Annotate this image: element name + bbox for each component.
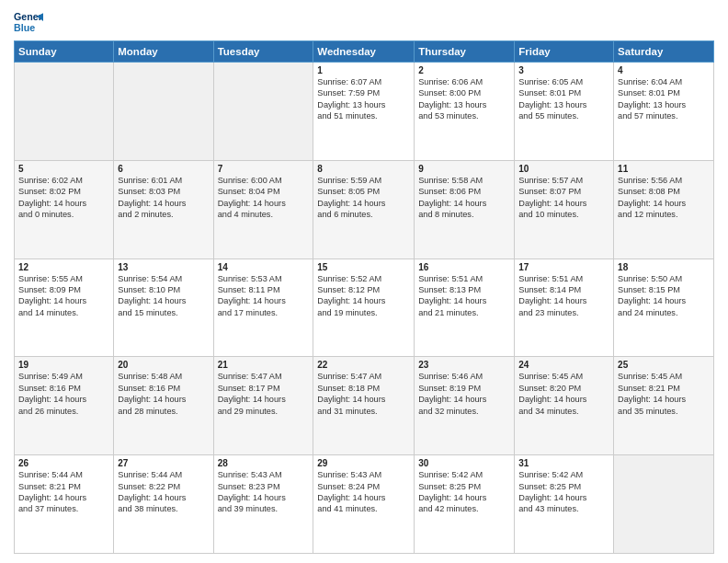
day-info: Sunrise: 5:58 AM Sunset: 8:06 PM Dayligh… <box>418 175 510 221</box>
day-cell: 6Sunrise: 6:01 AM Sunset: 8:03 PM Daylig… <box>114 160 213 259</box>
day-info: Sunrise: 5:54 AM Sunset: 8:10 PM Dayligh… <box>118 273 209 319</box>
week-row-2: 5Sunrise: 6:02 AM Sunset: 8:02 PM Daylig… <box>15 160 714 259</box>
header: General Blue <box>14 9 714 35</box>
day-cell: 17Sunrise: 5:51 AM Sunset: 8:14 PM Dayli… <box>515 259 614 357</box>
svg-text:Blue: Blue <box>14 22 35 33</box>
day-cell <box>213 63 313 161</box>
day-cell: 11Sunrise: 5:56 AM Sunset: 8:08 PM Dayli… <box>614 160 714 259</box>
day-cell <box>614 455 714 554</box>
week-row-1: 1Sunrise: 6:07 AM Sunset: 7:59 PM Daylig… <box>15 63 714 161</box>
day-cell: 26Sunrise: 5:44 AM Sunset: 8:21 PM Dayli… <box>15 455 114 554</box>
day-number: 27 <box>118 458 209 468</box>
day-info: Sunrise: 5:45 AM Sunset: 8:21 PM Dayligh… <box>618 371 710 417</box>
day-cell: 24Sunrise: 5:45 AM Sunset: 8:20 PM Dayli… <box>515 357 614 455</box>
day-number: 1 <box>317 65 410 75</box>
col-header-thursday: Thursday <box>415 41 515 63</box>
day-cell: 10Sunrise: 5:57 AM Sunset: 8:07 PM Dayli… <box>515 160 614 259</box>
page: General Blue SundayMondayTuesdayWednesda… <box>0 0 728 563</box>
day-info: Sunrise: 6:06 AM Sunset: 8:00 PM Dayligh… <box>418 76 510 122</box>
col-header-saturday: Saturday <box>614 41 714 63</box>
day-cell: 7Sunrise: 6:00 AM Sunset: 8:04 PM Daylig… <box>213 160 313 259</box>
day-cell: 12Sunrise: 5:55 AM Sunset: 8:09 PM Dayli… <box>15 259 114 357</box>
day-info: Sunrise: 6:04 AM Sunset: 8:01 PM Dayligh… <box>618 76 710 122</box>
day-cell <box>114 63 213 161</box>
header-row: SundayMondayTuesdayWednesdayThursdayFrid… <box>15 41 714 63</box>
day-number: 2 <box>418 65 510 75</box>
day-cell: 20Sunrise: 5:48 AM Sunset: 8:16 PM Dayli… <box>114 357 213 455</box>
day-cell: 4Sunrise: 6:04 AM Sunset: 8:01 PM Daylig… <box>614 63 714 161</box>
day-cell: 8Sunrise: 5:59 AM Sunset: 8:05 PM Daylig… <box>313 160 415 259</box>
day-info: Sunrise: 5:49 AM Sunset: 8:16 PM Dayligh… <box>18 371 109 417</box>
day-info: Sunrise: 5:47 AM Sunset: 8:17 PM Dayligh… <box>218 371 310 417</box>
day-info: Sunrise: 5:51 AM Sunset: 8:14 PM Dayligh… <box>518 273 609 319</box>
week-row-5: 26Sunrise: 5:44 AM Sunset: 8:21 PM Dayli… <box>15 455 714 554</box>
day-number: 4 <box>618 65 710 75</box>
day-info: Sunrise: 5:52 AM Sunset: 8:12 PM Dayligh… <box>317 273 410 319</box>
day-cell: 28Sunrise: 5:43 AM Sunset: 8:23 PM Dayli… <box>213 455 313 554</box>
day-info: Sunrise: 5:57 AM Sunset: 8:07 PM Dayligh… <box>518 175 609 221</box>
day-number: 5 <box>18 164 109 174</box>
day-number: 8 <box>317 164 410 174</box>
day-number: 29 <box>317 458 410 468</box>
day-info: Sunrise: 5:44 AM Sunset: 8:21 PM Dayligh… <box>18 469 109 515</box>
day-number: 6 <box>118 164 209 174</box>
col-header-monday: Monday <box>114 41 213 63</box>
day-info: Sunrise: 5:42 AM Sunset: 8:25 PM Dayligh… <box>518 469 609 515</box>
day-cell: 30Sunrise: 5:42 AM Sunset: 8:25 PM Dayli… <box>415 455 515 554</box>
day-info: Sunrise: 5:47 AM Sunset: 8:18 PM Dayligh… <box>317 371 410 417</box>
day-info: Sunrise: 5:48 AM Sunset: 8:16 PM Dayligh… <box>118 371 209 417</box>
week-row-3: 12Sunrise: 5:55 AM Sunset: 8:09 PM Dayli… <box>15 259 714 357</box>
day-number: 22 <box>317 360 410 370</box>
day-number: 11 <box>618 164 710 174</box>
day-number: 18 <box>618 262 710 272</box>
day-info: Sunrise: 5:46 AM Sunset: 8:19 PM Dayligh… <box>418 371 510 417</box>
day-cell: 1Sunrise: 6:07 AM Sunset: 7:59 PM Daylig… <box>313 63 415 161</box>
day-info: Sunrise: 5:50 AM Sunset: 8:15 PM Dayligh… <box>618 273 710 319</box>
day-cell: 31Sunrise: 5:42 AM Sunset: 8:25 PM Dayli… <box>515 455 614 554</box>
week-row-4: 19Sunrise: 5:49 AM Sunset: 8:16 PM Dayli… <box>15 357 714 455</box>
logo: General Blue <box>14 9 43 35</box>
day-cell: 18Sunrise: 5:50 AM Sunset: 8:15 PM Dayli… <box>614 259 714 357</box>
day-cell: 13Sunrise: 5:54 AM Sunset: 8:10 PM Dayli… <box>114 259 213 357</box>
day-info: Sunrise: 5:45 AM Sunset: 8:20 PM Dayligh… <box>518 371 609 417</box>
day-info: Sunrise: 5:51 AM Sunset: 8:13 PM Dayligh… <box>418 273 510 319</box>
day-cell: 14Sunrise: 5:53 AM Sunset: 8:11 PM Dayli… <box>213 259 313 357</box>
day-number: 25 <box>618 360 710 370</box>
day-cell: 15Sunrise: 5:52 AM Sunset: 8:12 PM Dayli… <box>313 259 415 357</box>
day-info: Sunrise: 6:05 AM Sunset: 8:01 PM Dayligh… <box>518 76 609 122</box>
day-number: 7 <box>218 164 310 174</box>
day-info: Sunrise: 5:43 AM Sunset: 8:24 PM Dayligh… <box>317 469 410 515</box>
day-number: 12 <box>18 262 109 272</box>
day-number: 30 <box>418 458 510 468</box>
day-number: 19 <box>18 360 109 370</box>
day-number: 31 <box>518 458 609 468</box>
day-info: Sunrise: 6:01 AM Sunset: 8:03 PM Dayligh… <box>118 175 209 221</box>
day-number: 10 <box>518 164 609 174</box>
day-cell: 22Sunrise: 5:47 AM Sunset: 8:18 PM Dayli… <box>313 357 415 455</box>
day-number: 21 <box>218 360 310 370</box>
day-info: Sunrise: 5:44 AM Sunset: 8:22 PM Dayligh… <box>118 469 209 515</box>
day-info: Sunrise: 5:55 AM Sunset: 8:09 PM Dayligh… <box>18 273 109 319</box>
day-number: 13 <box>118 262 209 272</box>
day-cell: 23Sunrise: 5:46 AM Sunset: 8:19 PM Dayli… <box>415 357 515 455</box>
day-cell: 16Sunrise: 5:51 AM Sunset: 8:13 PM Dayli… <box>415 259 515 357</box>
day-cell: 29Sunrise: 5:43 AM Sunset: 8:24 PM Dayli… <box>313 455 415 554</box>
day-info: Sunrise: 5:53 AM Sunset: 8:11 PM Dayligh… <box>218 273 310 319</box>
day-cell: 3Sunrise: 6:05 AM Sunset: 8:01 PM Daylig… <box>515 63 614 161</box>
day-cell: 9Sunrise: 5:58 AM Sunset: 8:06 PM Daylig… <box>415 160 515 259</box>
day-number: 20 <box>118 360 209 370</box>
day-info: Sunrise: 6:00 AM Sunset: 8:04 PM Dayligh… <box>218 175 310 221</box>
col-header-tuesday: Tuesday <box>213 41 313 63</box>
day-cell: 21Sunrise: 5:47 AM Sunset: 8:17 PM Dayli… <box>213 357 313 455</box>
day-number: 23 <box>418 360 510 370</box>
col-header-sunday: Sunday <box>15 41 114 63</box>
day-number: 9 <box>418 164 510 174</box>
day-number: 17 <box>518 262 609 272</box>
day-info: Sunrise: 5:56 AM Sunset: 8:08 PM Dayligh… <box>618 175 710 221</box>
col-header-wednesday: Wednesday <box>313 41 415 63</box>
day-cell <box>15 63 114 161</box>
day-info: Sunrise: 6:02 AM Sunset: 8:02 PM Dayligh… <box>18 175 109 221</box>
day-number: 16 <box>418 262 510 272</box>
day-cell: 25Sunrise: 5:45 AM Sunset: 8:21 PM Dayli… <box>614 357 714 455</box>
col-header-friday: Friday <box>515 41 614 63</box>
